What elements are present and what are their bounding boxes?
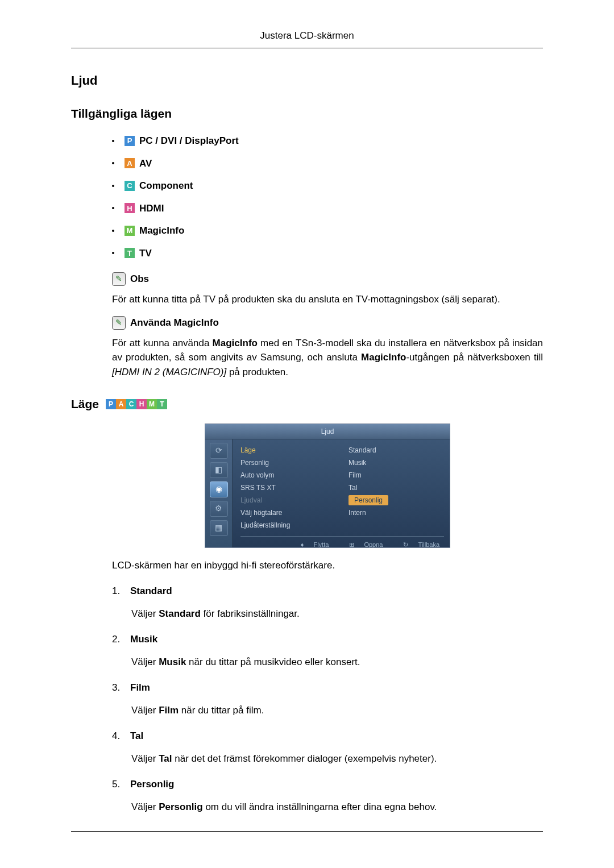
osd-row-key: Auto volym bbox=[240, 470, 326, 480]
subsection-title: Tillgängliga lägen bbox=[71, 105, 543, 123]
list-item: Tal Väljer Tal när det det främst föreko… bbox=[112, 729, 543, 766]
lage-heading-row: Läge P A C H M T bbox=[71, 395, 543, 413]
footer-rule bbox=[71, 831, 543, 832]
osd-row-val: Personlig bbox=[349, 495, 388, 505]
list-item: Film Väljer Film när du tittar på film. bbox=[112, 680, 543, 717]
t-icon: T bbox=[157, 399, 167, 409]
item-label: Personlig bbox=[130, 777, 174, 792]
osd-divider bbox=[240, 536, 444, 537]
a-icon: A bbox=[116, 399, 126, 409]
item-desc: Väljer Film när du tittar på film. bbox=[131, 703, 543, 718]
t-icon: T bbox=[125, 248, 135, 258]
text-bold: MagicInfo bbox=[361, 352, 406, 363]
note-icon: ✎ bbox=[112, 316, 126, 330]
item-desc: Väljer Personlig om du vill ändra instäl… bbox=[131, 800, 543, 815]
osd-row-key: Personlig bbox=[240, 458, 326, 468]
mode-item: A AV bbox=[112, 156, 543, 171]
text-fragment: Väljer bbox=[131, 657, 159, 667]
text-bold: Tal bbox=[159, 753, 172, 764]
osd-row: LjudvalPersonlig bbox=[240, 494, 444, 506]
bullet-icon bbox=[112, 140, 114, 142]
note-magic-text: För att kunna använda MagicInfo med en T… bbox=[112, 336, 543, 380]
p-icon: P bbox=[125, 136, 135, 146]
osd-screenshot: Ljud ⟳ ◧ ◉ ⚙ ▦ LägeStandard PersonligMus… bbox=[112, 423, 543, 548]
h-icon: H bbox=[136, 399, 147, 409]
osd-footer-label: Öppna bbox=[356, 541, 383, 548]
text-fragment: när du tittar på film. bbox=[179, 705, 264, 716]
section-title: Ljud bbox=[71, 71, 543, 90]
note-magic-header: ✎ Använda MagicInfo bbox=[112, 315, 543, 330]
osd-footer: ♦ Flytta ⊞ Öppna ↻ Tillbaka bbox=[240, 540, 444, 548]
item-desc: Väljer Musik när du tittar på musikvideo… bbox=[131, 655, 543, 670]
note-obs-label: Obs bbox=[130, 272, 149, 286]
osd-sidebar: ⟳ ◧ ◉ ⚙ ▦ bbox=[205, 439, 233, 547]
osd-row-key: SRS TS XT bbox=[240, 483, 326, 493]
lage-title: Läge bbox=[71, 395, 99, 413]
text-fragment: Väljer bbox=[131, 705, 159, 716]
osd-sidebar-icon: ◉ bbox=[210, 481, 228, 497]
osd-sidebar-icon: ⚙ bbox=[210, 501, 228, 517]
mode-label: AV bbox=[139, 156, 152, 171]
osd-row: LägeStandard bbox=[240, 444, 444, 456]
text-bold: MagicInfo bbox=[213, 338, 258, 348]
osd-footer-move: ♦ Flytta bbox=[293, 540, 329, 548]
text-bold: Personlig bbox=[159, 801, 202, 812]
bullet-icon bbox=[112, 162, 114, 164]
m-icon: M bbox=[147, 399, 157, 409]
text-bold: Film bbox=[159, 705, 179, 716]
list-item: Personlig Väljer Personlig om du vill än… bbox=[112, 777, 543, 814]
c-icon: C bbox=[126, 399, 136, 409]
mode-item: T TV bbox=[112, 246, 543, 261]
lage-lead: LCD-skärmen har en inbyggd hi-fi stereof… bbox=[112, 558, 543, 573]
m-icon: M bbox=[125, 226, 135, 236]
text-italic: [HDMI IN 2 (MAGICINFO)] bbox=[112, 367, 226, 377]
osd-sidebar-icon: ▦ bbox=[210, 520, 228, 536]
mode-item: P PC / DVI / DisplayPort bbox=[112, 134, 543, 148]
text-fragment: för fabriksinställningar. bbox=[201, 608, 300, 619]
bullet-icon bbox=[112, 252, 114, 254]
osd-row: SRS TS XTTal bbox=[240, 481, 444, 494]
osd-row-val: Intern bbox=[349, 508, 366, 518]
note-magic-label: Använda MagicInfo bbox=[130, 315, 219, 330]
item-label: Tal bbox=[130, 729, 143, 744]
osd-row-val: Film bbox=[349, 470, 362, 480]
osd-row-val: Tal bbox=[349, 483, 357, 493]
a-icon: A bbox=[125, 158, 135, 168]
mode-item: H HDMI bbox=[112, 201, 543, 216]
page-header: Justera LCD-skärmen bbox=[71, 28, 543, 48]
p-icon: P bbox=[106, 399, 116, 409]
osd-row-key: Välj högtalare bbox=[240, 508, 326, 518]
modes-list: P PC / DVI / DisplayPort A AV C Componen… bbox=[112, 134, 543, 260]
text-fragment: när du tittar på musikvideo eller konser… bbox=[186, 657, 360, 667]
bullet-icon bbox=[112, 230, 114, 232]
osd-row: Ljudåterställning bbox=[240, 519, 444, 531]
text-fragment: Väljer bbox=[131, 608, 159, 619]
h-icon: H bbox=[125, 203, 135, 213]
mode-label: MagicInfo bbox=[139, 223, 184, 238]
text-fragment: på produkten. bbox=[226, 367, 288, 377]
note-icon: ✎ bbox=[112, 272, 126, 286]
text-fragment: när det det främst förekommer dialoger (… bbox=[172, 753, 437, 764]
osd-row: PersonligMusik bbox=[240, 456, 444, 469]
text-bold: Musik bbox=[159, 657, 186, 667]
osd-footer-back: ↻ Tillbaka bbox=[395, 540, 439, 548]
lage-numbered-list: Standard Väljer Standard för fabriksinst… bbox=[112, 584, 543, 814]
osd-row-key: Ljudval bbox=[240, 495, 326, 505]
osd-rows: LägeStandard PersonligMusik Auto volymFi… bbox=[240, 444, 444, 531]
text-fragment: Väljer bbox=[131, 801, 159, 812]
osd-sidebar-icon: ⟳ bbox=[210, 443, 228, 459]
note-obs-header: ✎ Obs bbox=[112, 272, 543, 286]
osd-row-val: Standard bbox=[349, 445, 376, 455]
bullet-icon bbox=[112, 207, 114, 209]
text-fragment: -utgången på nätverksboxen till bbox=[406, 352, 543, 363]
item-desc: Väljer Standard för fabriksinställningar… bbox=[131, 607, 543, 621]
osd-sidebar-icon: ◧ bbox=[210, 462, 228, 478]
item-label: Standard bbox=[130, 584, 172, 599]
item-label: Film bbox=[130, 680, 150, 695]
text-bold: Standard bbox=[159, 608, 201, 619]
item-label: Musik bbox=[130, 632, 157, 647]
osd-row-key: Ljudåterställning bbox=[240, 520, 326, 530]
mode-label: Component bbox=[139, 178, 193, 193]
list-item: Standard Väljer Standard för fabriksinst… bbox=[112, 584, 543, 621]
text-fragment: För att kunna använda bbox=[112, 338, 213, 348]
